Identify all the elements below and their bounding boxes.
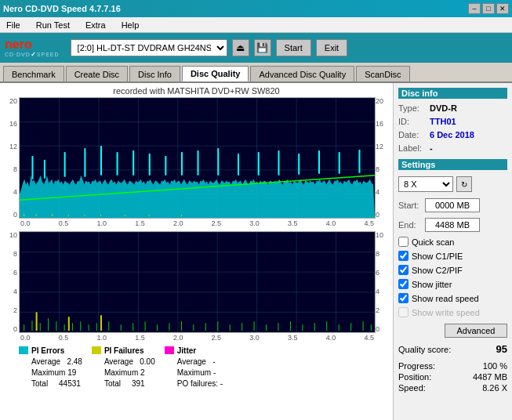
tab-disc-info[interactable]: Disc Info bbox=[129, 66, 180, 81]
advanced-button[interactable]: Advanced bbox=[445, 324, 507, 338]
speed-result-label: Speed: bbox=[398, 383, 426, 393]
show-read-speed-row: Show read speed bbox=[398, 293, 507, 303]
progress-value: 100 % bbox=[483, 361, 507, 371]
pi-errors-label: PI Errors bbox=[31, 346, 82, 357]
svg-rect-89 bbox=[326, 321, 327, 331]
y-bot-left-0: 0 bbox=[3, 325, 17, 333]
svg-rect-91 bbox=[350, 323, 351, 331]
svg-rect-77 bbox=[181, 321, 182, 331]
y-bot-right-8: 8 bbox=[376, 250, 390, 258]
y-top-right-0: 0 bbox=[376, 211, 390, 219]
svg-rect-22 bbox=[133, 150, 134, 176]
svg-rect-61 bbox=[24, 324, 24, 331]
menu-extra[interactable]: Extra bbox=[82, 19, 109, 31]
jitter-maximum: Maximum - bbox=[177, 368, 223, 378]
svg-rect-76 bbox=[169, 323, 169, 331]
show-c2pif-checkbox[interactable] bbox=[398, 265, 409, 275]
menubar: File Run Test Extra Help bbox=[0, 17, 512, 33]
tab-benchmark[interactable]: Benchmark bbox=[3, 66, 64, 81]
menu-file[interactable]: File bbox=[3, 19, 24, 31]
legend-pi-errors: PI Errors Average 2.48 Maximum 19 Total … bbox=[19, 346, 82, 389]
svg-rect-74 bbox=[145, 321, 146, 331]
tab-disc-quality[interactable]: Disc Quality bbox=[182, 66, 249, 81]
show-jitter-checkbox[interactable] bbox=[398, 279, 409, 289]
svg-rect-20 bbox=[100, 146, 102, 176]
start-mb-row: Start: bbox=[398, 198, 507, 212]
refresh-button[interactable]: ↻ bbox=[456, 176, 472, 192]
show-c2pif-row: Show C2/PIF bbox=[398, 265, 507, 275]
svg-rect-67 bbox=[72, 323, 73, 331]
start-mb-label: Start: bbox=[398, 201, 422, 210]
svg-rect-94 bbox=[36, 312, 38, 331]
svg-rect-28 bbox=[238, 154, 239, 176]
close-button[interactable]: ✕ bbox=[496, 3, 509, 14]
legend-pi-failures: PI Failures Average 0.00 Maximum 2 Total… bbox=[92, 346, 155, 389]
svg-rect-93 bbox=[371, 324, 372, 331]
jitter-color bbox=[165, 346, 174, 354]
speed-result-row: Speed: 8.26 X bbox=[398, 382, 507, 393]
maximize-button[interactable]: □ bbox=[482, 3, 495, 14]
svg-rect-64 bbox=[48, 318, 49, 331]
disc-date-row: Date: 6 Dec 2018 bbox=[398, 129, 507, 140]
svg-rect-68 bbox=[80, 321, 81, 331]
quick-scan-checkbox[interactable] bbox=[398, 237, 409, 247]
svg-rect-17 bbox=[44, 160, 45, 179]
eject-icon[interactable]: ⏏ bbox=[232, 39, 249, 56]
show-jitter-row: Show jitter bbox=[398, 279, 507, 289]
show-write-speed-label: Show write speed bbox=[412, 308, 480, 317]
svg-rect-86 bbox=[290, 321, 291, 331]
show-read-speed-checkbox[interactable] bbox=[398, 293, 409, 303]
pi-failures-label: PI Failures bbox=[104, 346, 155, 357]
y-top-left-16: 16 bbox=[3, 120, 17, 128]
svg-rect-69 bbox=[89, 324, 89, 331]
start-mb-input[interactable] bbox=[425, 198, 480, 212]
disc-info-title: Disc info bbox=[398, 88, 507, 99]
quick-scan-label: Quick scan bbox=[412, 237, 454, 247]
disc-id-value: TTH01 bbox=[430, 117, 456, 126]
y-top-right-20: 20 bbox=[376, 97, 390, 105]
settings-title: Settings bbox=[398, 159, 507, 170]
main-content: recorded with MATSHITA DVD+RW SW820 20 1… bbox=[0, 83, 512, 420]
quality-score-value: 95 bbox=[496, 343, 507, 355]
exit-button[interactable]: Exit bbox=[316, 39, 347, 56]
speed-result-value: 8.26 X bbox=[482, 383, 507, 393]
pi-errors-maximum: Maximum 19 bbox=[31, 368, 82, 378]
end-mb-label: End: bbox=[398, 220, 422, 230]
menu-run-test[interactable]: Run Test bbox=[33, 19, 73, 31]
y-top-right-16: 16 bbox=[376, 120, 390, 128]
start-button[interactable]: Start bbox=[276, 39, 311, 56]
svg-rect-95 bbox=[68, 317, 70, 331]
y-top-left-0: 0 bbox=[3, 211, 17, 219]
position-value: 4487 MB bbox=[473, 372, 507, 382]
save-icon[interactable]: 💾 bbox=[254, 39, 271, 56]
drive-select[interactable]: [2:0] HL-DT-ST DVDRAM GH24NSD0 LH00 bbox=[71, 39, 227, 56]
tab-scandisc[interactable]: ScanDisc bbox=[356, 66, 409, 81]
disc-type-row: Type: DVD-R bbox=[398, 103, 507, 114]
svg-rect-41 bbox=[100, 215, 101, 216]
svg-rect-70 bbox=[96, 323, 97, 331]
svg-rect-90 bbox=[339, 324, 340, 331]
tab-create-disc[interactable]: Create Disc bbox=[66, 66, 128, 81]
disc-id-row: ID: TTH01 bbox=[398, 116, 507, 127]
svg-rect-33 bbox=[339, 152, 340, 174]
svg-rect-18 bbox=[64, 152, 66, 177]
tab-advanced-disc-quality[interactable]: Advanced Disc Quality bbox=[250, 66, 354, 81]
pi-failures-average: Average 0.00 bbox=[104, 357, 155, 368]
svg-rect-16 bbox=[31, 156, 33, 179]
y-top-left-12: 12 bbox=[3, 143, 17, 150]
menu-help[interactable]: Help bbox=[118, 19, 143, 31]
speed-select[interactable]: 8 X bbox=[398, 176, 453, 192]
show-c1pie-checkbox[interactable] bbox=[398, 251, 409, 261]
jitter-average: Average - bbox=[177, 357, 223, 368]
svg-rect-25 bbox=[181, 152, 183, 176]
pi-errors-total: Total 44531 bbox=[31, 378, 82, 389]
svg-rect-24 bbox=[165, 156, 166, 176]
bottom-chart bbox=[19, 231, 376, 333]
y-bot-left-8: 8 bbox=[3, 250, 17, 258]
y-bot-left-10: 10 bbox=[3, 231, 17, 239]
progress-label: Progress: bbox=[398, 361, 435, 371]
minimize-button[interactable]: – bbox=[468, 3, 481, 14]
end-mb-input[interactable] bbox=[425, 218, 480, 232]
speed-row: 8 X ↻ bbox=[398, 176, 507, 192]
show-write-speed-checkbox[interactable] bbox=[398, 307, 409, 317]
